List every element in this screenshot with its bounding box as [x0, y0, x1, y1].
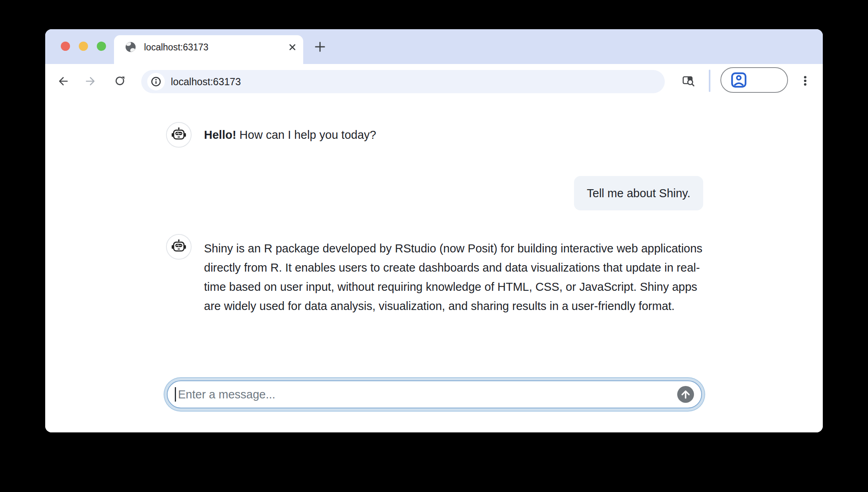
assistant-message: Shiny is an R package developed by RStud… — [204, 239, 704, 316]
browser-tab[interactable]: localhost:63173 — [114, 35, 303, 64]
tab-title: localhost:63173 — [144, 35, 208, 59]
text-cursor — [175, 387, 176, 402]
assistant-message-bold: Hello! — [204, 128, 236, 141]
profile-avatar-icon — [731, 72, 747, 88]
globe-favicon-icon — [125, 42, 136, 52]
zoom-window-button[interactable] — [97, 42, 106, 51]
url-text: localhost:63173 — [171, 70, 241, 93]
bot-avatar — [166, 122, 192, 148]
close-tab-icon[interactable] — [286, 41, 299, 54]
close-window-button[interactable] — [61, 42, 70, 51]
message-input[interactable] — [167, 380, 702, 408]
back-icon[interactable] — [56, 75, 69, 88]
assistant-message: Hello! How can I help you today? — [204, 125, 704, 144]
assistant-message-text: How can I help you today? — [236, 128, 376, 141]
new-tab-button[interactable] — [314, 40, 326, 53]
arrow-up-icon — [677, 386, 694, 403]
browser-window: localhost:63173 — [45, 29, 823, 432]
site-info-icon[interactable] — [147, 73, 165, 90]
chat-input-row — [167, 380, 702, 408]
tab-search-icon[interactable] — [682, 74, 695, 88]
forward-icon[interactable] — [84, 75, 97, 88]
menu-icon[interactable] — [799, 74, 812, 87]
bot-avatar — [166, 234, 192, 260]
minimize-window-button[interactable] — [79, 42, 88, 51]
robot-icon — [171, 127, 187, 143]
user-message: Tell me about Shiny. — [574, 176, 703, 210]
tab-strip: localhost:63173 — [45, 29, 823, 64]
profile-button[interactable] — [720, 67, 788, 93]
chat-page: Hello! How can I help you today? Tell me… — [45, 98, 823, 432]
browser-toolbar: localhost:63173 — [45, 64, 823, 99]
send-button[interactable] — [677, 386, 694, 403]
reload-icon[interactable] — [114, 75, 126, 88]
toolbar-divider — [709, 70, 710, 92]
address-bar[interactable]: localhost:63173 — [141, 70, 665, 93]
robot-icon — [171, 239, 187, 255]
